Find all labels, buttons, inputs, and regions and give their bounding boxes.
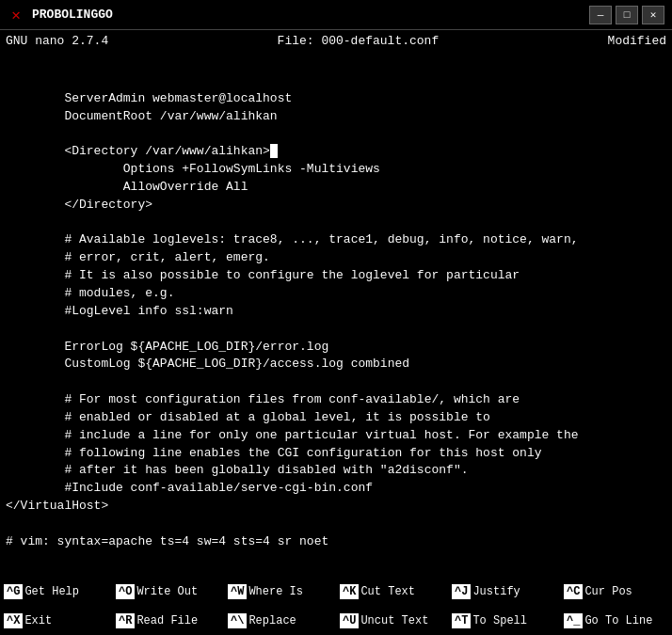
app-icon: ✕ [8,7,24,24]
bottom-row-1: ^G Get Help ^O Write Out ^W Where Is ^K … [0,577,672,606]
to-spell-item[interactable]: ^T To Spell [448,606,560,635]
read-file-item[interactable]: ^R Read File [112,606,224,635]
help-item[interactable]: ^G Get Help [0,577,112,606]
go-to-line-item[interactable]: ^_ Go To Line [560,606,672,635]
where-is-item[interactable]: ^W Where Is [224,577,336,606]
justify-item[interactable]: ^J Justify [448,577,560,606]
nano-status: Modified [608,34,666,48]
uncut-text-item[interactable]: ^U Uncut Text [336,606,448,635]
nano-filename: File: 000-default.conf [278,34,440,48]
replace-key: ^\ [228,613,247,628]
read-file-key: ^R [116,613,135,628]
read-file-label: Read File [136,614,198,627]
help-key: ^G [4,584,23,599]
cut-text-item[interactable]: ^K Cut Text [336,577,448,606]
bottom-row-2: ^X Exit ^R Read File ^\ Replace ^U Uncut… [0,606,672,635]
go-to-line-label: Go To Line [584,614,652,627]
write-out-item[interactable]: ^O Write Out [112,577,224,606]
editor-area[interactable]: ServerAdmin webmaster@localhost Document… [0,51,672,577]
minimize-button[interactable]: — [589,6,612,24]
cut-text-key: ^K [340,584,359,599]
where-is-label: Where Is [248,585,303,598]
exit-label: Exit [24,614,52,627]
to-spell-label: To Spell [472,614,527,627]
cur-pos-key: ^C [564,584,583,599]
app-title: PROBOLINGGO [32,8,113,22]
exit-key: ^X [4,613,23,628]
go-to-line-key: ^_ [564,613,583,628]
justify-key: ^J [452,584,471,599]
nano-header: GNU nano 2.7.4 File: 000-default.conf Mo… [0,30,672,51]
cur-pos-item[interactable]: ^C Cur Pos [560,577,672,606]
write-out-key: ^O [116,584,135,599]
to-spell-key: ^T [452,613,471,628]
title-bar: ✕ PROBOLINGGO — □ ✕ [0,0,672,30]
nano-version: GNU nano 2.7.4 [6,34,108,48]
title-bar-left: ✕ PROBOLINGGO [8,7,113,24]
replace-item[interactable]: ^\ Replace [224,606,336,635]
exit-item[interactable]: ^X Exit [0,606,112,635]
uncut-text-label: Uncut Text [360,614,428,627]
justify-label: Justify [472,585,520,598]
bottom-bar: ^G Get Help ^O Write Out ^W Where Is ^K … [0,577,672,635]
title-controls: — □ ✕ [589,6,664,24]
write-out-label: Write Out [136,585,198,598]
close-button[interactable]: ✕ [642,6,664,24]
restore-button[interactable]: □ [616,6,638,24]
cut-text-label: Cut Text [360,585,415,598]
help-label: Get Help [24,585,79,598]
uncut-text-key: ^U [340,613,359,628]
cur-pos-label: Cur Pos [584,585,632,598]
where-is-key: ^W [228,584,247,599]
cursor [270,144,278,158]
replace-label: Replace [248,614,296,627]
